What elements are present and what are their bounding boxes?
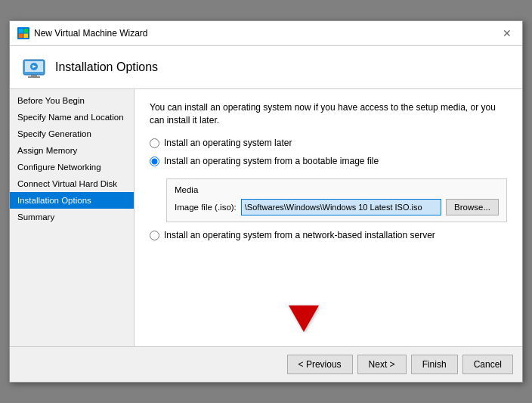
option-network-label: Install an operating system from a netwo… [164,230,435,240]
cancel-button[interactable]: Cancel [462,355,513,374]
sidebar-item-before-you-begin[interactable]: Before You Begin [10,92,134,109]
previous-button[interactable]: < Previous [287,355,353,374]
main-window: New Virtual Machine Wizard ✕ Installatio… [9,20,523,383]
media-title: Media [175,185,499,194]
header-icon [22,55,46,79]
header-section: Installation Options [10,46,522,89]
svg-rect-3 [24,34,29,39]
finish-button[interactable]: Finish [411,355,458,374]
option-network[interactable]: Install an operating system from a netwo… [150,230,507,240]
sidebar-item-summary[interactable]: Summary [10,209,134,225]
page-title: Installation Options [55,60,158,74]
svg-rect-0 [19,29,23,33]
option-bootable-label: Install an operating system from a boota… [164,156,379,166]
option-later-label: Install an operating system later [164,138,292,148]
window-title: New Virtual Machine Wizard [34,28,148,39]
browse-button[interactable]: Browse... [446,199,499,215]
title-bar: New Virtual Machine Wizard ✕ [10,21,522,46]
sidebar-item-assign-memory[interactable]: Assign Memory [10,142,134,159]
content-area: Before You Begin Specify Name and Locati… [10,89,522,346]
radio-bootable[interactable] [150,157,159,166]
footer: < Previous Next > Finish Cancel [10,346,522,382]
svg-rect-7 [28,76,40,78]
arrow-indicator [289,305,319,332]
next-button[interactable]: Next > [357,355,407,374]
sidebar: Before You Begin Specify Name and Locati… [10,89,135,346]
description-text: You can install an operating system now … [150,101,507,127]
radio-later[interactable] [150,138,159,148]
option-bootable[interactable]: Install an operating system from a boota… [150,156,507,166]
main-content: You can install an operating system now … [135,89,522,346]
sidebar-item-configure-networking[interactable]: Configure Networking [10,159,134,175]
image-file-label: Image file (.iso): [175,203,237,212]
option-later[interactable]: Install an operating system later [150,138,507,148]
sidebar-item-installation-options[interactable]: Installation Options [10,192,134,209]
svg-rect-2 [19,34,23,39]
title-bar-left: New Virtual Machine Wizard [17,27,148,39]
svg-rect-6 [31,75,37,76]
radio-network[interactable] [150,231,159,240]
app-icon [17,27,29,39]
close-button[interactable]: ✕ [500,26,515,41]
radio-group: Install an operating system later Instal… [150,138,507,240]
sidebar-item-connect-vhd[interactable]: Connect Virtual Hard Disk [10,175,134,192]
media-box: Media Image file (.iso): Browse... [166,178,507,222]
sidebar-item-specify-name[interactable]: Specify Name and Location [10,109,134,126]
sidebar-item-specify-generation[interactable]: Specify Generation [10,126,134,142]
image-file-row: Image file (.iso): Browse... [175,199,499,215]
svg-rect-1 [24,29,29,33]
image-file-input[interactable] [241,199,441,215]
